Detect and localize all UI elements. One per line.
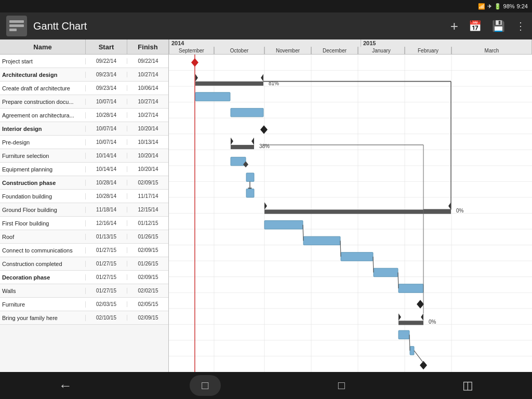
svg-text:81%: 81% (269, 79, 279, 86)
airplane-icon: ✈ (487, 3, 492, 10)
task-finish: 02/09/15 (127, 180, 169, 185)
task-start: 09/22/14 (86, 58, 127, 64)
app-bar: Gantt Chart + 📅 💾 ⋮ (0, 12, 532, 39)
home-button[interactable]: □ (202, 379, 208, 392)
svg-marker-46 (248, 188, 252, 191)
back-button[interactable]: ← (59, 378, 72, 394)
month-sep: September (169, 47, 214, 54)
task-start: 10/07/14 (86, 126, 127, 131)
task-name: Construction phase (0, 180, 86, 186)
task-start: 10/14/14 (86, 166, 127, 172)
svg-line-60 (373, 257, 374, 273)
calendar-button[interactable]: 📅 (469, 20, 482, 32)
col-header-start: Start (86, 39, 127, 54)
task-name: Project start (0, 58, 86, 64)
task-start: 10/28/14 (86, 112, 127, 118)
svg-rect-36 (231, 108, 263, 116)
task-name: Construction completed (0, 261, 86, 267)
table-row: First Floor building 12/16/14 01/12/15 (0, 217, 168, 230)
main-content: Name Start Finish 2014 2015 September Oc… (0, 39, 532, 372)
save-button[interactable]: 💾 (492, 20, 505, 32)
task-start: 12/16/14 (86, 220, 127, 226)
svg-rect-42 (231, 157, 246, 165)
table-body: Project start 09/22/14 09/22/14 Architec… (0, 55, 532, 372)
svg-rect-48 (264, 209, 451, 214)
clock-icon: 9:24 (517, 3, 528, 9)
task-finish: 10/13/14 (127, 139, 169, 145)
svg-rect-31 (195, 82, 263, 86)
table-row: Roof 01/13/15 01/26/15 (0, 230, 168, 244)
task-finish: 02/09/15 (127, 274, 169, 280)
table-row: Equipment planning 10/14/14 10/20/14 (0, 163, 168, 176)
battery-percent: 98% (503, 3, 515, 9)
table-row: Furniture 02/03/15 02/05/15 (0, 298, 168, 311)
task-name: Foundation building (0, 193, 86, 200)
svg-rect-67 (410, 347, 414, 355)
table-row: Prepare construction docu... 10/07/14 10… (0, 95, 168, 109)
task-finish: 10/20/14 (127, 166, 169, 172)
month-oct: October (214, 47, 264, 54)
task-finish: 12/15/14 (127, 207, 169, 212)
task-finish: 11/17/14 (127, 193, 169, 199)
month-nov: November (264, 47, 311, 54)
task-start: 01/27/15 (86, 288, 127, 294)
task-start: 02/10/15 (86, 315, 127, 321)
table-row: Ground Floor building 11/18/14 12/15/14 (0, 203, 168, 217)
task-finish: 10/27/14 (127, 72, 169, 77)
svg-rect-54 (341, 252, 373, 261)
task-start: 10/14/14 (86, 153, 127, 158)
svg-rect-0 (9, 20, 24, 23)
task-name: Roof (0, 234, 86, 240)
task-name: Interior design (0, 126, 86, 132)
svg-marker-63 (398, 313, 401, 321)
gantt-chart-area: 81% 38% (169, 55, 532, 372)
year-2015: 2015 (361, 39, 532, 47)
recent-button[interactable]: ◫ (462, 379, 473, 392)
table-row: Agreement on architectura... 10/28/14 10… (0, 109, 168, 122)
svg-marker-43 (243, 162, 248, 168)
gantt-svg: 81% 38% (169, 55, 532, 372)
status-icons: 📶 ✈ 🔋 98% 9:24 (478, 3, 528, 10)
svg-text:38%: 38% (259, 142, 270, 149)
table-row: Furniture selection 10/14/14 10/20/14 (0, 149, 168, 163)
table-row: Connect to communications 01/27/15 02/09… (0, 244, 168, 257)
svg-marker-49 (264, 202, 267, 209)
svg-rect-35 (195, 92, 230, 101)
task-name: Ground Floor building (0, 207, 86, 213)
task-finish: 02/09/15 (127, 315, 169, 321)
table-row: Construction phase 10/28/14 02/09/15 (0, 176, 168, 190)
table-row: Interior design 10/07/14 10/20/14 (0, 122, 168, 136)
task-start: 10/28/14 (86, 180, 127, 185)
month-mar: March (451, 47, 532, 54)
more-button[interactable]: ⋮ (515, 20, 526, 32)
task-name: Architectural design (0, 72, 86, 78)
svg-marker-50 (448, 202, 451, 209)
square-button[interactable]: □ (338, 379, 345, 392)
svg-marker-33 (261, 74, 263, 82)
svg-line-70 (414, 351, 423, 363)
task-name: Prepare construction docu... (0, 99, 86, 105)
task-start: 02/03/15 (86, 301, 127, 307)
svg-rect-38 (231, 145, 254, 149)
add-button[interactable]: + (450, 18, 458, 34)
svg-rect-52 (264, 221, 303, 229)
table-row: Project start 09/22/14 09/22/14 (0, 55, 168, 68)
month-jan: January (358, 47, 405, 54)
task-start: 01/27/15 (86, 274, 127, 280)
task-finish: 10/20/14 (127, 153, 169, 158)
svg-line-61 (398, 272, 398, 288)
task-start: 10/07/14 (86, 139, 127, 145)
status-bar: 📶 ✈ 🔋 98% 9:24 (0, 0, 532, 12)
task-name: Furniture selection (0, 153, 86, 159)
gantt-months: September October November December Janu… (169, 47, 532, 54)
svg-rect-1 (9, 24, 24, 27)
task-start: 10/07/14 (86, 99, 127, 104)
table-row: Foundation building 10/28/14 11/17/14 (0, 190, 168, 203)
home-button-area[interactable]: □ (190, 375, 221, 396)
task-finish: 09/22/14 (127, 58, 169, 64)
svg-rect-44 (246, 173, 254, 181)
svg-line-58 (303, 225, 303, 241)
svg-text:0%: 0% (456, 207, 464, 214)
svg-marker-32 (195, 74, 198, 82)
task-finish: 10/20/14 (127, 126, 169, 131)
